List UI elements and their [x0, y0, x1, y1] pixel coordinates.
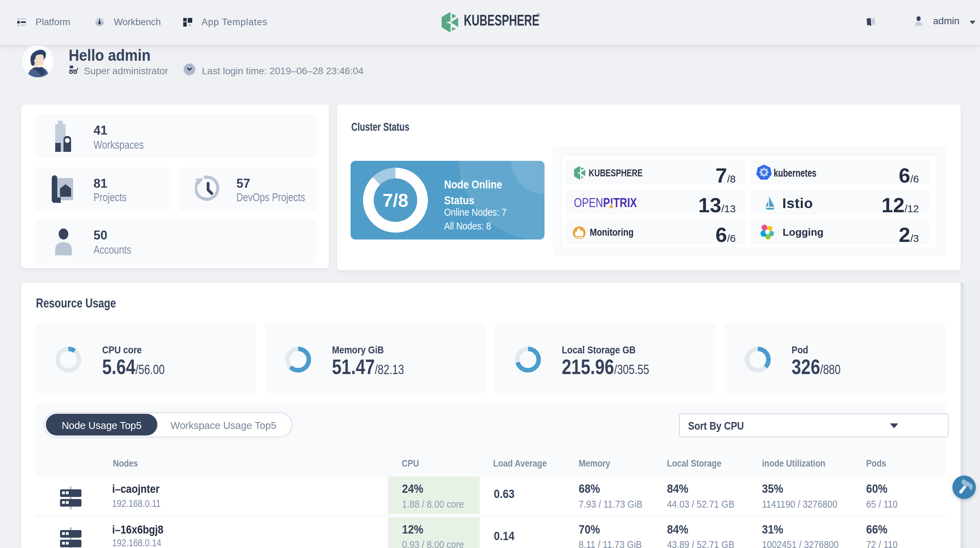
svg-text:7/8: 7/8 — [382, 190, 408, 210]
